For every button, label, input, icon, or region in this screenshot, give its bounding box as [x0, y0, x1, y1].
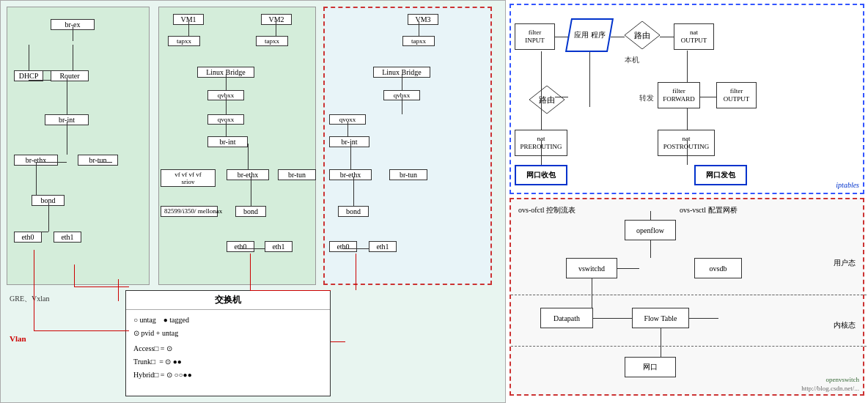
box-nat-postrouting: natPOSTROUTING — [658, 130, 715, 156]
iptables-label: iptables — [836, 181, 859, 189]
switch-title: 交换机 — [126, 291, 330, 310]
box-openflow: openflow — [625, 220, 676, 240]
box-filter-forward: filterFORWARD — [658, 82, 700, 108]
line-s3-5 — [350, 144, 351, 169]
line-s3-1 — [419, 21, 419, 36]
line-s2-6 — [248, 144, 249, 169]
line-s2-3 — [226, 74, 227, 90]
node-router: Router — [51, 70, 89, 81]
iptables-panel: filterINPUT 应用 程序 路由 natOUTPUT 本机 转发 fil… — [510, 4, 864, 194]
node-br-ethx-s3: br-ethx — [329, 169, 372, 180]
red-vline-2 — [118, 279, 119, 301]
label-user-state: 用户态 — [834, 258, 856, 268]
box-vswitchd: vswitchd — [566, 258, 617, 278]
line-s2-7 — [251, 177, 251, 206]
label-vlan: Vlan — [10, 334, 26, 343]
node-vm3: VM3 — [408, 14, 438, 25]
node-tapxx-vm1: tapxx — [168, 36, 200, 46]
line-s3-3 — [402, 97, 402, 114]
node-mellonax: 82599/i350/ mellonax — [161, 206, 218, 217]
red-vline-3 — [34, 250, 34, 330]
left-panel: br-ex DHCP Router br-int br-ethx br-tun … — [0, 0, 506, 403]
line-s2-5 — [226, 122, 227, 136]
ipt-line-1 — [555, 37, 568, 37]
node-br-ethx-s2: br-ethx — [227, 169, 269, 180]
ovs-label: openvswitch — [826, 376, 860, 383]
node-vm2: VM2 — [261, 14, 292, 25]
ovs-vline-3 — [592, 278, 592, 308]
ovs-vline-2 — [650, 240, 651, 258]
red-hline-sw — [331, 341, 345, 342]
diamond-luyou-left: 路由 — [529, 86, 564, 114]
line-s1-1 — [73, 26, 73, 41]
ipt-vline-5 — [687, 51, 688, 82]
switch-content: ○ untag ● tagged ⊙ pvid + untag Access□ … — [126, 310, 330, 385]
ipt-vline-7 — [687, 141, 688, 165]
red-hline-2 — [34, 330, 129, 331]
line-s1-2 — [73, 45, 73, 70]
node-eth1-s2: eth1 — [265, 241, 293, 252]
box-flow-table: Flow Table — [632, 308, 689, 328]
ipt-vline-3 — [541, 99, 542, 130]
line-s2-4 — [226, 97, 227, 114]
box-app-text: 应用 程序 — [574, 30, 606, 40]
box-wangkou-fabao: 网口发包 — [694, 165, 747, 185]
diamond-luyou-top: 路由 — [625, 21, 660, 49]
switch-box: 交换机 ○ untag ● tagged ⊙ pvid + untag Acce… — [125, 290, 331, 396]
line-s1-h2 — [29, 80, 51, 81]
line-s1-6 — [36, 162, 37, 195]
ovs-hline-3 — [593, 318, 632, 319]
node-br-tun-s2: br-tun — [278, 169, 316, 180]
node-eth1-s1: eth1 — [54, 232, 81, 243]
label-gre-vxlan: GRE、Vxlan — [10, 294, 49, 304]
switch-item-3: Access□ = ⊙ — [133, 342, 323, 355]
main-container: br-ex DHCP Router br-int br-ethx br-tun … — [0, 0, 868, 403]
line-s1-7 — [48, 202, 49, 232]
ipt-line-5 — [700, 97, 716, 97]
node-br-tun-s1: br-tun — [78, 155, 118, 166]
box-datapath: Datapath — [540, 308, 593, 328]
box-filter-input: filterINPUT — [515, 23, 555, 50]
sep2 — [511, 346, 868, 347]
ovs-hline-1 — [617, 268, 639, 269]
box-nat-output: natOUTPUT — [674, 23, 714, 50]
line-s1-h5 — [28, 232, 48, 232]
node-eth0-s1: eth0 — [14, 232, 42, 243]
line-s3-4 — [347, 122, 348, 136]
label-zhuanfa: 转发 — [639, 93, 654, 103]
line-s2-2 — [276, 21, 276, 36]
line-s1-3 — [29, 45, 29, 70]
url-text: http://blog.csdn.net/... — [801, 385, 859, 392]
switch-item-1: ○ untag ● tagged — [133, 314, 323, 327]
ipt-vline-6 — [687, 108, 688, 130]
ovs-vline-4 — [661, 328, 661, 357]
node-br-int-s2: br-int — [207, 136, 248, 147]
red-vline-s3 — [356, 254, 356, 290]
node-tapxx-vm3: tapxx — [402, 36, 435, 46]
switch-item-4: Trunk□ = ⊙ ●● — [133, 355, 323, 369]
label-ovs-ofctl: ovs-ofctl 控制流表 — [518, 205, 575, 215]
ovs-hline-4 — [689, 318, 718, 319]
label-kernel-state: 内核态 — [834, 320, 856, 330]
ipt-line-3 — [660, 37, 674, 37]
ipt-line-2 — [611, 37, 625, 37]
node-bond-s3: bond — [338, 206, 369, 217]
switch-item-2: ⊙ pvid + untag — [133, 327, 323, 340]
box-wangkou-ovs: 网口 — [625, 357, 676, 377]
label-benji: 本机 — [625, 55, 639, 65]
red-vline-1 — [74, 265, 75, 286]
node-vf-sriov: vf vf vf vfsriov — [161, 169, 216, 187]
line-s2-h1 — [239, 248, 265, 249]
line-s1-h3 — [36, 162, 67, 163]
sep1 — [511, 295, 868, 295]
box-app: 应用 程序 — [565, 18, 614, 52]
red-vline-s2 — [250, 254, 251, 290]
box-ovsdb: ovsdb — [694, 258, 742, 278]
line-s3-h1 — [342, 248, 369, 249]
node-bond-s2: bond — [235, 206, 266, 217]
line-s1-h1 — [29, 70, 51, 71]
node-eth0-s3: eth0 — [329, 241, 357, 252]
node-br-int-s3: br-int — [329, 136, 369, 147]
svg-text:路由: 路由 — [634, 31, 650, 40]
label-ovs-vsctl: ovs-vsctl 配置网桥 — [680, 205, 738, 215]
